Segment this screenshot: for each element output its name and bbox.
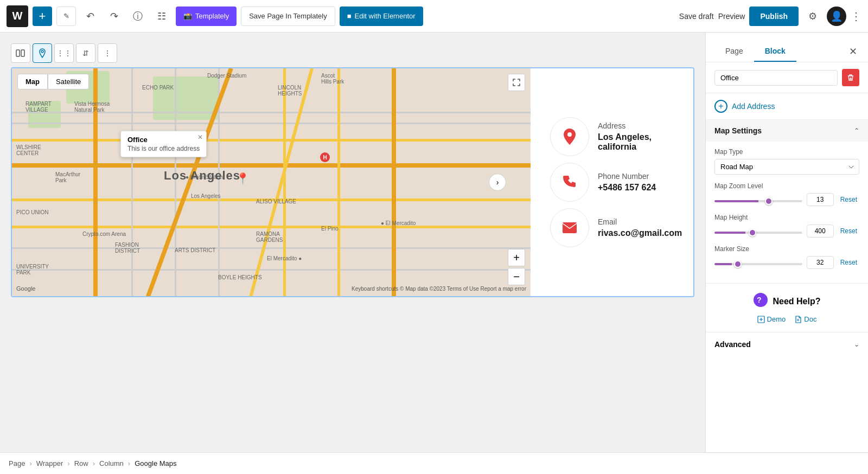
panel-header: Page Block ✕ bbox=[706, 33, 868, 62]
map-height-row: Map Height Reset bbox=[714, 214, 859, 238]
save-draft-button[interactable]: Save draft bbox=[679, 12, 714, 21]
label-arts: ARTS DISTRICT bbox=[175, 247, 215, 253]
undo-button[interactable]: ↶ bbox=[80, 7, 100, 26]
svg-rect-1 bbox=[21, 50, 24, 56]
svg-point-3 bbox=[567, 132, 572, 137]
map-zoom-in-button[interactable]: + bbox=[508, 249, 525, 266]
breadcrumb-row[interactable]: Row bbox=[74, 459, 88, 467]
svg-rect-4 bbox=[563, 222, 577, 233]
help-links: Demo Doc bbox=[757, 315, 817, 323]
advanced-header[interactable]: Advanced ⌄ bbox=[706, 332, 868, 356]
redo-button[interactable]: ↷ bbox=[104, 7, 124, 26]
edit-button[interactable]: ✎ bbox=[56, 7, 76, 26]
h-marker: H bbox=[320, 152, 330, 162]
add-address-row[interactable]: + Add Address bbox=[706, 93, 868, 120]
templately-button[interactable]: 📸 Templately bbox=[176, 7, 237, 26]
map-container: ECHO PARK Dodger Stadium RAMPARTVILLAGE … bbox=[12, 68, 531, 296]
map-settings-header[interactable]: Map Settings ⌃ bbox=[706, 120, 868, 142]
map-settings-chevron: ⌃ bbox=[854, 127, 859, 134]
map-tab-controls: Map Satellite bbox=[17, 74, 89, 89]
height-slider[interactable] bbox=[714, 232, 802, 234]
block-more-options[interactable]: ⋮ bbox=[98, 43, 117, 63]
block-name-row bbox=[706, 62, 868, 93]
doc-link[interactable]: Doc bbox=[794, 315, 816, 323]
doc-label: Doc bbox=[804, 315, 816, 323]
drag-handle[interactable]: ⋮⋮ bbox=[54, 43, 74, 63]
zoom-value-input[interactable] bbox=[807, 193, 834, 206]
map-tab-satellite[interactable]: Satellite bbox=[48, 74, 89, 89]
map-nav-button[interactable]: › bbox=[489, 174, 506, 191]
wp-logo[interactable]: W bbox=[7, 5, 28, 27]
map-type-select[interactable]: Road Map Satellite Hybrid Terrain bbox=[714, 159, 859, 175]
zoom-reset-button[interactable]: Reset bbox=[838, 194, 859, 206]
map-zoom-out-button[interactable]: − bbox=[508, 268, 525, 285]
map-copyright: Keyboard shortcuts © Map data ©2023 Term… bbox=[352, 286, 526, 292]
tab-page[interactable]: Page bbox=[714, 41, 754, 62]
layout-view-button[interactable] bbox=[11, 43, 30, 63]
info-button[interactable]: ⓘ bbox=[128, 7, 148, 26]
delete-block-button[interactable] bbox=[842, 69, 859, 86]
marker-size-row: Marker Size Reset bbox=[714, 245, 859, 269]
breadcrumb-sep-3: › bbox=[93, 459, 95, 467]
breadcrumb-sep-4: › bbox=[128, 459, 130, 467]
preview-button[interactable]: Preview bbox=[718, 12, 745, 21]
map-block: ECHO PARK Dodger Stadium RAMPARTVILLAGE … bbox=[11, 67, 694, 297]
height-reset-button[interactable]: Reset bbox=[838, 225, 859, 237]
save-templately-button[interactable]: Save Page In Templately bbox=[241, 7, 335, 26]
label-fashion: FASHIONDISTRICT bbox=[115, 242, 140, 254]
marker-slider-row: Reset bbox=[714, 256, 859, 269]
breadcrumb-google-maps: Google Maps bbox=[135, 459, 176, 467]
marker-reset-button[interactable]: Reset bbox=[838, 257, 859, 268]
height-value-input[interactable] bbox=[807, 225, 834, 238]
label-aliso: ALISO VILLAGE bbox=[256, 198, 296, 204]
map-fullscreen-button[interactable] bbox=[508, 74, 525, 91]
map-view-button[interactable] bbox=[33, 43, 52, 63]
map-settings-content: Map Type Road Map Satellite Hybrid Terra… bbox=[706, 142, 868, 283]
label-natural-park: Vista HermosaNatural Park bbox=[74, 101, 110, 113]
label-pico: PICO UNION bbox=[16, 209, 48, 215]
zoom-slider[interactable] bbox=[714, 200, 802, 202]
email-card: Email rivas.co@gmail.com bbox=[550, 208, 685, 247]
block-name-input[interactable] bbox=[714, 70, 838, 86]
canvas: ⋮⋮ ⇵ ⋮ bbox=[0, 33, 705, 452]
email-value: rivas.co@gmail.com bbox=[598, 228, 685, 238]
popup-desc: This is our office address bbox=[127, 145, 200, 152]
address-label: Address bbox=[598, 121, 685, 130]
breadcrumb-wrapper[interactable]: Wrapper bbox=[36, 459, 63, 467]
templately-label: Templately bbox=[195, 12, 229, 20]
help-icon: ? bbox=[753, 292, 768, 311]
demo-link[interactable]: Demo bbox=[757, 315, 786, 323]
breadcrumb-sep-2: › bbox=[67, 459, 69, 467]
zoom-slider-wrapper bbox=[714, 195, 802, 204]
map-background: ECHO PARK Dodger Stadium RAMPARTVILLAGE … bbox=[12, 68, 531, 296]
list-button[interactable]: ☷ bbox=[152, 7, 171, 26]
user-avatar-button[interactable]: 👤 bbox=[827, 7, 846, 26]
marker-value-input[interactable] bbox=[807, 256, 834, 269]
popup-close-button[interactable]: ✕ bbox=[197, 133, 203, 141]
add-address-icon: + bbox=[714, 100, 727, 113]
address-content: Address Los Angeles,california bbox=[598, 121, 685, 152]
bottom-bar: Page › Wrapper › Row › Column › Google M… bbox=[0, 452, 868, 474]
map-height-label: Map Height bbox=[714, 214, 859, 221]
more-options-button[interactable]: ⋮ bbox=[851, 10, 861, 23]
breadcrumb-column[interactable]: Column bbox=[99, 459, 124, 467]
publish-button[interactable]: Publish bbox=[749, 7, 799, 26]
marker-slider[interactable] bbox=[714, 263, 802, 265]
breadcrumb-page[interactable]: Page bbox=[9, 459, 25, 467]
elementor-label: Edit with Elementor bbox=[355, 12, 416, 20]
breadcrumb-sep-1: › bbox=[29, 459, 31, 467]
popup-title: Office bbox=[127, 136, 200, 144]
panel-close-button[interactable]: ✕ bbox=[847, 43, 859, 60]
map-tab-map[interactable]: Map bbox=[17, 74, 48, 89]
map-marker[interactable]: 📍 bbox=[236, 172, 250, 185]
help-section: ? Need Help? Demo Doc bbox=[706, 284, 868, 332]
settings-gear-button[interactable]: ⚙ bbox=[803, 7, 822, 26]
move-up-down-button[interactable]: ⇵ bbox=[76, 43, 95, 63]
tab-block[interactable]: Block bbox=[754, 41, 796, 62]
label-ascot: AscotHills Park bbox=[321, 73, 344, 85]
elementor-button[interactable]: ■ Edit with Elementor bbox=[340, 7, 423, 26]
label-university: UNIVERSITYPARK bbox=[16, 264, 49, 276]
svg-text:?: ? bbox=[757, 296, 762, 304]
label-el-mercadito: El Mercadito ● bbox=[267, 255, 302, 261]
add-block-button[interactable]: + bbox=[33, 7, 52, 26]
